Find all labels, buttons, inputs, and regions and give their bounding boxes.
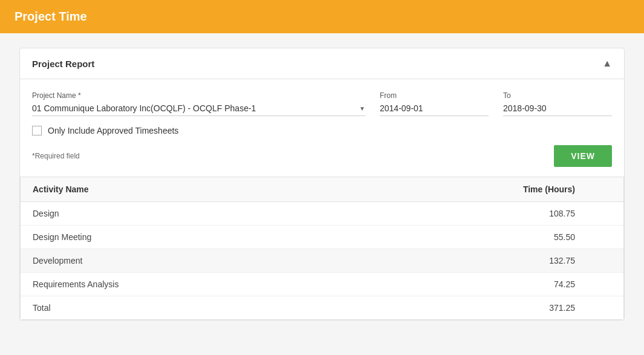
- table-row: Development132.75: [21, 249, 623, 273]
- view-button[interactable]: VIEW: [554, 145, 612, 167]
- activity-cell: Development: [21, 249, 319, 273]
- col-activity-header: Activity Name: [21, 177, 319, 202]
- activity-cell: Requirements Analysis: [21, 273, 319, 296]
- time-cell: 74.25: [319, 273, 624, 296]
- to-date-value[interactable]: 2018-09-30: [503, 103, 612, 116]
- form-footer: *Required field VIEW: [32, 143, 612, 167]
- project-name-group: Project Name * 01 Communique Laboratory …: [32, 91, 365, 116]
- activity-cell: Design Meeting: [21, 226, 319, 249]
- project-name-label: Project Name *: [32, 91, 365, 100]
- project-name-value: 01 Communique Laboratory Inc(OCQLF) - OC…: [32, 103, 354, 113]
- dropdown-arrow-icon[interactable]: ▼: [359, 105, 365, 112]
- project-name-wrapper[interactable]: 01 Communique Laboratory Inc(OCQLF) - OC…: [32, 103, 365, 116]
- checkbox-row: Only Include Approved Timesheets: [32, 126, 612, 135]
- page-title: Project Time: [15, 10, 87, 23]
- table-row: Design Meeting55.50: [21, 226, 623, 249]
- table-header-row: Activity Name Time (Hours): [21, 177, 623, 202]
- to-date-group: To 2018-09-30: [503, 91, 612, 116]
- approved-timesheets-label: Only Include Approved Timesheets: [48, 126, 178, 135]
- time-cell: 371.25: [319, 296, 624, 320]
- table-row: Requirements Analysis74.25: [21, 273, 623, 296]
- table-row: Total371.25: [21, 296, 623, 320]
- activity-cell: Total: [21, 296, 319, 320]
- col-time-header: Time (Hours): [319, 177, 624, 202]
- time-cell: 108.75: [319, 202, 624, 226]
- table-section: Activity Name Time (Hours) Design108.75D…: [20, 177, 624, 320]
- page-header: Project Time: [0, 0, 644, 33]
- from-date-group: From 2014-09-01: [380, 91, 489, 116]
- required-note: *Required field: [32, 152, 80, 160]
- form-section: Project Name * 01 Communique Laboratory …: [20, 79, 624, 177]
- panel-title: Project Report: [32, 59, 94, 69]
- main-content: Project Report ▲ Project Name * 01 Commu…: [0, 33, 644, 335]
- panel-header: Project Report ▲: [20, 48, 624, 79]
- from-label: From: [380, 91, 489, 100]
- time-cell: 55.50: [319, 226, 624, 249]
- time-cell: 132.75: [319, 249, 624, 273]
- activity-table: Activity Name Time (Hours) Design108.75D…: [21, 177, 623, 319]
- activity-cell: Design: [21, 202, 319, 226]
- from-date-value[interactable]: 2014-09-01: [380, 103, 489, 116]
- collapse-icon[interactable]: ▲: [602, 58, 612, 69]
- project-report-panel: Project Report ▲ Project Name * 01 Commu…: [19, 48, 625, 321]
- form-row-main: Project Name * 01 Communique Laboratory …: [32, 91, 612, 116]
- approved-timesheets-checkbox[interactable]: [32, 126, 42, 135]
- to-label: To: [503, 91, 612, 100]
- table-row: Design108.75: [21, 202, 623, 226]
